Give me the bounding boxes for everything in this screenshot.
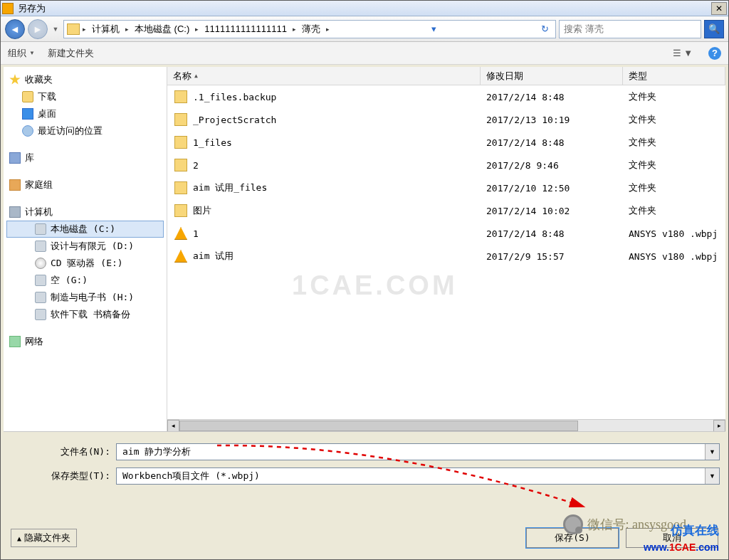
search-input[interactable]: [560, 23, 701, 34]
recent-icon: [22, 125, 33, 137]
hide-folders-label: 隐藏文件夹: [24, 532, 70, 544]
path-segment-computer[interactable]: 计算机: [89, 21, 122, 37]
search-button[interactable]: 🔍: [704, 20, 724, 38]
folder-icon: [22, 91, 33, 102]
chevron-right-icon[interactable]: ▸: [325, 26, 331, 33]
file-row[interactable]: .1_files.backup2017/2/14 8:48文件夹: [167, 85, 725, 108]
filename-dropdown-button[interactable]: ▼: [705, 444, 719, 460]
tree-homegroup[interactable]: 家庭组: [6, 176, 164, 194]
file-row[interactable]: 12017/2/14 8:48ANSYS v180 .wbpj: [167, 222, 725, 245]
save-button[interactable]: 保存(S): [526, 528, 619, 548]
tree-drive-i[interactable]: 软件下载 书稿备份: [6, 306, 164, 323]
tree-downloads[interactable]: 下载: [6, 88, 164, 105]
path-dropdown-icon[interactable]: ▾: [426, 21, 441, 37]
hide-folders-button[interactable]: ▲ 隐藏文件夹: [11, 529, 77, 547]
chevron-right-icon[interactable]: ▸: [124, 26, 130, 33]
horizontal-scrollbar[interactable]: ◂ ▸: [167, 419, 725, 431]
bottom-area: 文件名(N): ▼ 保存类型(T): Workbench项目文件 (*.wbpj…: [4, 431, 725, 559]
tree-network[interactable]: 网络: [6, 333, 164, 350]
file-list[interactable]: .1_files.backup2017/2/14 8:48文件夹_Project…: [167, 85, 725, 419]
file-type: 文件夹: [623, 181, 725, 194]
tree-label: 最近访问的位置: [38, 125, 103, 137]
organize-label: 组织: [8, 47, 26, 60]
tree-computer[interactable]: 计算机: [6, 204, 164, 221]
drive-icon: [35, 241, 46, 252]
file-row[interactable]: _ProjectScratch2017/2/13 10:19文件夹: [167, 108, 725, 131]
file-type: 文件夹: [623, 113, 725, 126]
tree-label: CD 驱动器 (E:): [51, 257, 123, 270]
filetype-combo[interactable]: Workbench项目文件 (*.wbpj) ▼: [116, 467, 720, 485]
file-type: 文件夹: [623, 204, 725, 217]
refresh-icon[interactable]: ↻: [537, 21, 552, 37]
view-mode-button[interactable]: ☰ ▼: [670, 46, 696, 60]
path-segment-drive[interactable]: 本地磁盘 (C:): [132, 21, 192, 37]
scroll-left-button[interactable]: ◂: [167, 420, 179, 432]
new-folder-button[interactable]: 新建文件夹: [48, 47, 94, 60]
tree-label: 设计与有限元 (D:): [51, 240, 134, 253]
nav-forward-button[interactable]: ►: [28, 19, 48, 39]
scroll-thumb[interactable]: [179, 421, 578, 431]
tree-label: 软件下载 书稿备份: [51, 308, 130, 321]
file-name: aim 试用: [193, 250, 234, 263]
filename-input[interactable]: [117, 444, 705, 460]
filename-row: 文件名(N): ▼: [9, 443, 720, 460]
folder-icon: [67, 23, 80, 35]
file-name: 图片: [193, 204, 211, 217]
filetype-row: 保存类型(T): Workbench项目文件 (*.wbpj) ▼: [9, 467, 720, 485]
path-segment-folder1[interactable]: 1111111111111111: [201, 21, 290, 37]
filename-combo: ▼: [116, 443, 720, 460]
file-date: 2017/2/10 12:50: [481, 183, 623, 194]
close-button[interactable]: ✕: [711, 2, 727, 15]
tree-label: 库: [25, 152, 34, 164]
file-row[interactable]: aim 试用2017/2/9 15:57ANSYS v180 .wbpj: [167, 245, 725, 268]
file-row[interactable]: aim 试用_files2017/2/10 12:50文件夹: [167, 176, 725, 199]
folder-icon: [174, 204, 187, 217]
help-icon[interactable]: ?: [708, 47, 721, 60]
chevron-down-icon: ▼: [29, 50, 35, 56]
chevron-right-icon[interactable]: ▸: [291, 26, 298, 33]
filetype-dropdown-button[interactable]: ▼: [705, 468, 719, 484]
filetype-value: Workbench项目文件 (*.wbpj): [117, 468, 705, 484]
nav-history-dropdown[interactable]: ▼: [51, 21, 61, 38]
title-bar: 另存为 ✕: [1, 1, 728, 16]
file-date: 2017/2/8 9:46: [481, 160, 623, 171]
tree-drive-g[interactable]: 空 (G:): [6, 272, 164, 289]
file-row[interactable]: 1_files2017/2/14 8:48文件夹: [167, 131, 725, 154]
column-date[interactable]: 修改日期: [481, 67, 623, 85]
file-name: .1_files.backup: [193, 92, 276, 102]
tree-drive-c[interactable]: 本地磁盘 (C:): [6, 221, 164, 238]
folder-icon: [174, 113, 187, 126]
column-name[interactable]: 名称▲: [167, 67, 481, 85]
chevron-right-icon[interactable]: ▸: [81, 26, 88, 33]
filename-label: 文件名(N):: [9, 445, 116, 458]
breadcrumb[interactable]: ▸ 计算机 ▸ 本地磁盘 (C:) ▸ 1111111111111111 ▸ 薄…: [63, 20, 556, 38]
path-segment-folder2[interactable]: 薄壳: [299, 21, 323, 37]
tree-label: 下载: [38, 90, 56, 103]
organize-button[interactable]: 组织 ▼: [8, 47, 35, 60]
file-type: ANSYS v180 .wbpj: [623, 228, 725, 239]
file-name: 1: [193, 228, 199, 239]
chevron-right-icon[interactable]: ▸: [194, 26, 200, 33]
address-row: ◄ ► ▼ ▸ 计算机 ▸ 本地磁盘 (C:) ▸ 11111111111111…: [1, 16, 728, 42]
ansys-file-icon: [174, 227, 187, 240]
tree-recent[interactable]: 最近访问的位置: [6, 122, 164, 139]
scroll-track[interactable]: [179, 420, 713, 432]
column-type[interactable]: 类型: [623, 67, 725, 85]
tree-drive-h[interactable]: 制造与电子书 (H:): [6, 289, 164, 306]
file-date: 2017/2/13 10:19: [481, 115, 623, 125]
file-name: aim 试用_files: [193, 181, 267, 194]
tree-favorites[interactable]: 收藏夹: [6, 71, 164, 88]
tree-desktop[interactable]: 桌面: [6, 105, 164, 122]
tree-drive-d[interactable]: 设计与有限元 (D:): [6, 238, 164, 255]
scroll-right-button[interactable]: ▸: [713, 420, 725, 432]
tree-drive-e[interactable]: CD 驱动器 (E:): [6, 255, 164, 272]
file-pane: 名称▲ 修改日期 类型 .1_files.backup2017/2/14 8:4…: [167, 67, 725, 431]
file-row[interactable]: 22017/2/8 9:46文件夹: [167, 154, 725, 176]
file-row[interactable]: 图片2017/2/14 10:02文件夹: [167, 199, 725, 222]
cancel-button[interactable]: 取消: [626, 528, 718, 548]
chevron-up-icon: ▲: [17, 534, 21, 542]
file-date: 2017/2/9 15:57: [481, 251, 623, 262]
search-wrap: [559, 20, 701, 38]
tree-libraries[interactable]: 库: [6, 149, 164, 167]
nav-back-button[interactable]: ◄: [5, 19, 25, 39]
